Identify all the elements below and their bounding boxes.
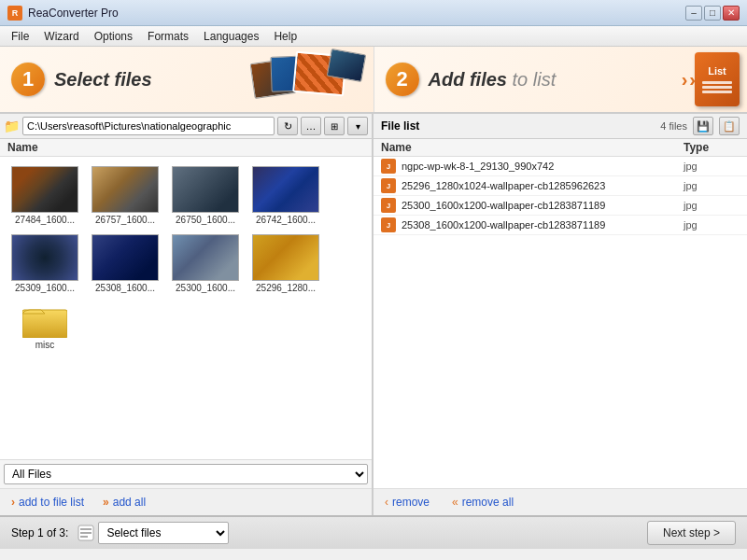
right-col-headers: Name Type xyxy=(374,139,747,157)
thumb-image-2 xyxy=(92,166,159,213)
maximize-button[interactable]: □ xyxy=(704,6,721,21)
right-file-list: J ngpc-wp-wk-8-1_29130_990x742 jpg J 252… xyxy=(374,157,747,488)
file-thumb-7[interactable]: 25300_1600... xyxy=(168,232,243,295)
file-row-type-4: jpg xyxy=(684,219,740,231)
file-list-title: File list xyxy=(381,119,655,133)
browse-button[interactable]: … xyxy=(301,117,321,135)
thumb-image-5 xyxy=(11,234,78,281)
left-col-header: Name xyxy=(0,139,372,157)
file-thumb-4[interactable]: 26742_1600... xyxy=(248,164,323,227)
right-header: File list 4 files 💾 📋 xyxy=(374,114,747,139)
jpg-icon-1: J xyxy=(381,159,396,174)
folder-icon-sm: 📁 xyxy=(4,119,20,133)
add-to-list-button[interactable]: › add to file list xyxy=(7,494,88,511)
step-combo: Select files xyxy=(78,522,229,544)
thumb-image-4 xyxy=(252,166,319,213)
menu-help[interactable]: Help xyxy=(266,28,304,45)
thumb-label-3: 26750_1600... xyxy=(176,215,235,225)
left-action-bar: › add to file list » add all xyxy=(0,488,372,515)
menu-formats[interactable]: Formats xyxy=(140,28,196,45)
jpg-icon-4: J xyxy=(381,217,396,232)
step1-title: Select files xyxy=(54,69,152,91)
thumb-label-2: 26757_1600... xyxy=(95,215,155,225)
file-count-badge: 4 files xyxy=(660,120,687,132)
step-header: 1 Select files 2 Add files to list › › xyxy=(0,47,747,114)
view-thumbnails-button[interactable]: ⊞ xyxy=(324,117,345,135)
menu-wizard[interactable]: Wizard xyxy=(36,28,86,45)
folder-misc[interactable]: misc xyxy=(7,301,82,352)
file-row-2[interactable]: J 25296_1280x1024-wallpaper-cb1285962623… xyxy=(374,176,747,196)
thumb-image-3 xyxy=(172,166,239,213)
file-row-type-3: jpg xyxy=(684,200,740,211)
file-row-name-1: ngpc-wp-wk-8-1_29130_990x742 xyxy=(402,161,678,172)
titlebar: R ReaConverter Pro – □ ✕ xyxy=(0,0,747,26)
left-panel: 📁 ↻ … ⊞ ▾ Name 27484_1600... 26757_1600.… xyxy=(0,114,374,515)
file-row-3[interactable]: J 25300_1600x1200-wallpaper-cb1283871189… xyxy=(374,196,747,216)
thumb-label-8: 25296_1280... xyxy=(256,283,316,293)
menu-languages[interactable]: Languages xyxy=(196,28,266,45)
svg-rect-3 xyxy=(80,528,92,530)
col-type-header: Type xyxy=(684,141,740,154)
step-select[interactable]: Select files xyxy=(98,522,229,544)
remove-button[interactable]: ‹ remove xyxy=(381,494,433,511)
bottom-bar: Step 1 of 3: Select files Next step > xyxy=(0,515,747,549)
jpg-icon-2: J xyxy=(381,178,396,193)
file-row-name-2: 25296_1280x1024-wallpaper-cb1285962623 xyxy=(402,180,678,191)
thumb-label-1: 27484_1600... xyxy=(15,215,75,225)
remove-bar: ‹ remove « remove all xyxy=(374,488,747,515)
thumb-image-8 xyxy=(252,234,319,281)
list-decoration: List xyxy=(695,52,740,106)
menu-options[interactable]: Options xyxy=(87,28,140,45)
file-row-name-3: 25300_1600x1200-wallpaper-cb1283871189 xyxy=(402,200,678,211)
step2-arrows: › › xyxy=(682,69,696,91)
step2-panel: 2 Add files to list › › List xyxy=(374,47,748,112)
folder-misc-label: misc xyxy=(35,340,55,350)
file-thumb-1[interactable]: 27484_1600... xyxy=(7,164,82,227)
close-button[interactable]: ✕ xyxy=(723,6,740,21)
remove-all-button[interactable]: « remove all xyxy=(448,494,517,511)
add-arrow-icon: › xyxy=(11,496,15,509)
main-content: 📁 ↻ … ⊞ ▾ Name 27484_1600... 26757_1600.… xyxy=(0,114,747,515)
menubar: File Wizard Options Formats Languages He… xyxy=(0,26,747,47)
file-row-4[interactable]: J 25308_1600x1200-wallpaper-cb1283871189… xyxy=(374,216,747,235)
menu-file[interactable]: File xyxy=(4,28,36,45)
thumb-image-7 xyxy=(172,234,239,281)
step1-panel: 1 Select files xyxy=(0,47,374,112)
file-thumb-5[interactable]: 25309_1600... xyxy=(7,232,82,295)
svg-rect-5 xyxy=(80,536,88,538)
file-row-type-2: jpg xyxy=(684,180,740,191)
step2-title: Add files to list xyxy=(429,69,557,91)
col-name-header: Name xyxy=(381,141,684,154)
view-dropdown-button[interactable]: ▾ xyxy=(347,117,368,135)
app-icon: R xyxy=(7,6,22,21)
thumb-label-6: 25308_1600... xyxy=(95,283,155,293)
thumb-label-5: 25309_1600... xyxy=(15,283,75,293)
file-thumb-6[interactable]: 25308_1600... xyxy=(88,232,162,295)
step1-number: 1 xyxy=(11,63,45,96)
file-thumb-3[interactable]: 26750_1600... xyxy=(168,164,243,227)
thumb-image-1 xyxy=(11,166,78,213)
step-indicator: Step 1 of 3: xyxy=(11,526,68,539)
add-all-arrow-icon: » xyxy=(103,496,109,509)
file-row-name-4: 25308_1600x1200-wallpaper-cb1283871189 xyxy=(402,219,678,231)
step1-decoration xyxy=(252,51,364,107)
right-panel: File list 4 files 💾 📋 Name Type J ngpc-w… xyxy=(374,114,747,515)
refresh-button[interactable]: ↻ xyxy=(277,117,298,135)
minimize-button[interactable]: – xyxy=(685,6,702,21)
filter-select[interactable]: All Files *.jpg *.png *.bmp xyxy=(4,464,368,484)
save-list-button[interactable]: 💾 xyxy=(693,117,713,135)
filter-bar: All Files *.jpg *.png *.bmp xyxy=(0,459,372,488)
folder-svg xyxy=(22,302,67,338)
remove-arrow-icon: ‹ xyxy=(385,496,388,509)
add-all-button[interactable]: » add all xyxy=(99,494,149,511)
window-controls: – □ ✕ xyxy=(685,6,740,21)
file-row-1[interactable]: J ngpc-wp-wk-8-1_29130_990x742 jpg xyxy=(374,157,747,176)
thumb-label-7: 25300_1600... xyxy=(176,283,235,293)
next-step-button[interactable]: Next step > xyxy=(647,521,736,545)
load-list-button[interactable]: 📋 xyxy=(719,117,740,135)
path-input[interactable] xyxy=(22,117,275,135)
thumb-image-6 xyxy=(92,234,159,281)
file-thumb-2[interactable]: 26757_1600... xyxy=(88,164,162,227)
file-thumb-8[interactable]: 25296_1280... xyxy=(248,232,323,295)
file-row-type-1: jpg xyxy=(684,161,740,172)
